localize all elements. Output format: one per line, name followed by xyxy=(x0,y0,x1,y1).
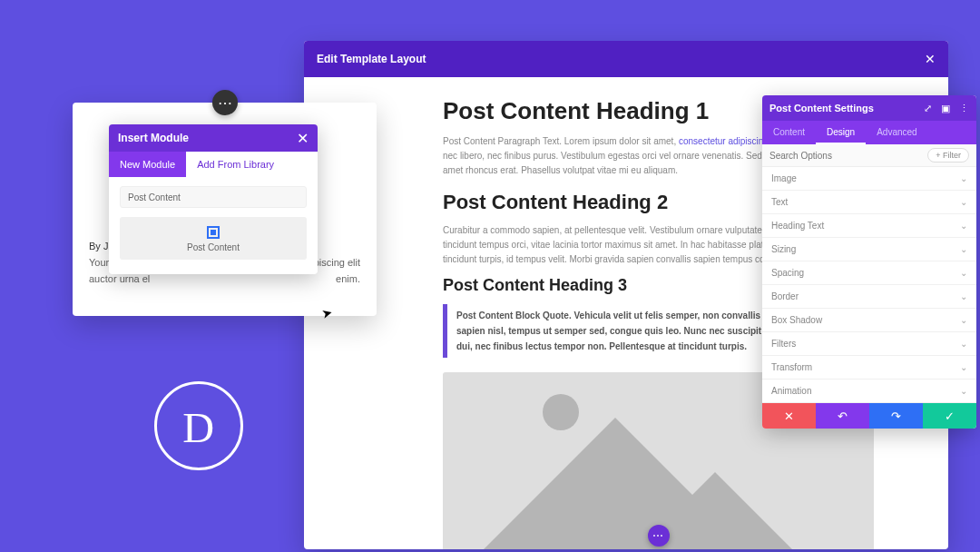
insert-module-panel: Insert Module ✕ New Module Add From Libr… xyxy=(109,124,318,274)
settings-row-box-shadow[interactable]: Box Shadow⌄ xyxy=(762,309,976,332)
settings-tabs: Content Design Advanced xyxy=(762,121,976,144)
tab-design[interactable]: Design xyxy=(816,121,866,144)
settings-title: Post Content Settings xyxy=(769,103,874,113)
add-module-fab[interactable]: ⋯ xyxy=(648,525,670,547)
plus-icon: ⋯ xyxy=(218,94,232,112)
chevron-down-icon: ⌄ xyxy=(960,315,967,325)
tab-advanced[interactable]: Advanced xyxy=(866,121,927,144)
settings-list: Image⌄ Text⌄ Heading Text⌄ Sizing⌄ Spaci… xyxy=(762,167,976,403)
post-content-icon xyxy=(207,226,220,239)
settings-actions: ✕ ↶ ↷ ✓ xyxy=(762,403,976,429)
insert-module-body: Post Content xyxy=(109,177,318,274)
settings-row-sizing[interactable]: Sizing⌄ xyxy=(762,238,976,261)
undo-button[interactable]: ↶ xyxy=(816,403,869,429)
tab-content[interactable]: Content xyxy=(762,121,816,144)
chevron-down-icon: ⌄ xyxy=(960,244,967,254)
settings-row-transform[interactable]: Transform⌄ xyxy=(762,356,976,380)
snap-icon[interactable]: ▣ xyxy=(941,103,950,114)
settings-row-spacing[interactable]: Spacing⌄ xyxy=(762,261,976,285)
add-button[interactable]: ⋯ xyxy=(212,90,238,115)
discard-button[interactable]: ✕ xyxy=(762,403,816,429)
close-icon[interactable]: ✕ xyxy=(297,130,309,147)
close-icon[interactable]: ✕ xyxy=(925,52,936,66)
filter-button[interactable]: + Filter xyxy=(927,148,969,163)
settings-row-border[interactable]: Border⌄ xyxy=(762,285,976,309)
settings-search-input[interactable] xyxy=(769,151,897,161)
more-icon[interactable]: ⋮ xyxy=(959,103,969,114)
chevron-down-icon: ⌄ xyxy=(960,197,967,207)
settings-row-image[interactable]: Image⌄ xyxy=(762,167,976,191)
editor-header: Edit Template Layout ✕ xyxy=(304,41,948,77)
insert-module-header: Insert Module ✕ xyxy=(109,124,318,152)
chevron-down-icon: ⌄ xyxy=(960,173,967,183)
insert-module-tabs: New Module Add From Library xyxy=(109,152,318,177)
tab-add-from-library[interactable]: Add From Library xyxy=(186,152,285,177)
tab-new-module[interactable]: New Module xyxy=(109,152,186,177)
module-item-post-content[interactable]: Post Content xyxy=(120,217,307,260)
expand-icon[interactable]: ⤢ xyxy=(924,103,932,114)
settings-header-actions: ⤢ ▣ ⋮ xyxy=(924,103,969,114)
chevron-down-icon: ⌄ xyxy=(960,362,967,372)
save-button[interactable]: ✓ xyxy=(923,403,976,429)
divi-logo: D xyxy=(154,381,243,470)
chevron-down-icon: ⌄ xyxy=(960,291,967,301)
settings-row-text[interactable]: Text⌄ xyxy=(762,191,976,214)
chevron-down-icon: ⌄ xyxy=(960,386,967,396)
editor-title: Edit Template Layout xyxy=(317,53,426,65)
module-item-label: Post Content xyxy=(120,242,307,252)
settings-search-bar: + Filter xyxy=(762,144,976,167)
settings-header: Post Content Settings ⤢ ▣ ⋮ xyxy=(762,95,976,121)
insert-module-title: Insert Module xyxy=(118,132,189,144)
chevron-down-icon: ⌄ xyxy=(960,221,967,231)
settings-row-heading-text[interactable]: Heading Text⌄ xyxy=(762,214,976,238)
chevron-down-icon: ⌄ xyxy=(960,339,967,349)
module-search-input[interactable] xyxy=(120,186,307,208)
settings-row-animation[interactable]: Animation⌄ xyxy=(762,380,976,403)
redo-button[interactable]: ↷ xyxy=(869,403,923,429)
settings-panel: Post Content Settings ⤢ ▣ ⋮ Content Desi… xyxy=(762,95,976,429)
chevron-down-icon: ⌄ xyxy=(960,268,967,278)
settings-row-filters[interactable]: Filters⌄ xyxy=(762,332,976,356)
